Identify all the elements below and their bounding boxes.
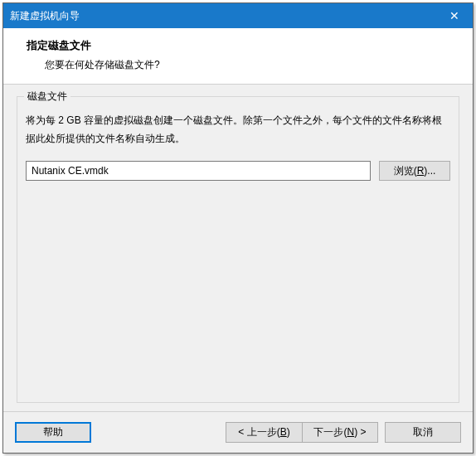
- page-title: 指定磁盘文件: [27, 38, 456, 53]
- browse-button[interactable]: 浏览(R)...: [379, 161, 450, 181]
- help-button[interactable]: 帮助: [15, 422, 91, 443]
- back-button[interactable]: < 上一步(B): [226, 422, 302, 443]
- content-area: 磁盘文件 将为每 2 GB 容量的虚拟磁盘创建一个磁盘文件。除第一个文件之外，每…: [3, 85, 473, 411]
- group-label: 磁盘文件: [24, 90, 70, 104]
- file-row: 浏览(R)...: [26, 161, 450, 181]
- next-button[interactable]: 下一步(N) >: [302, 422, 378, 443]
- group-description: 将为每 2 GB 容量的虚拟磁盘创建一个磁盘文件。除第一个文件之外，每个文件的文…: [26, 112, 450, 148]
- nav-button-group: < 上一步(B) 下一步(N) >: [226, 422, 378, 443]
- window-title: 新建虚拟机向导: [3, 9, 435, 23]
- page-subtitle: 您要在何处存储磁盘文件?: [27, 58, 456, 72]
- disk-filename-input[interactable]: [26, 161, 371, 181]
- close-button[interactable]: ✕: [435, 3, 473, 28]
- wizard-header: 指定磁盘文件 您要在何处存储磁盘文件?: [3, 28, 473, 85]
- disk-file-group: 磁盘文件 将为每 2 GB 容量的虚拟磁盘创建一个磁盘文件。除第一个文件之外，每…: [17, 96, 459, 403]
- titlebar: 新建虚拟机向导 ✕: [3, 3, 473, 28]
- cancel-button[interactable]: 取消: [385, 422, 461, 443]
- wizard-footer: 帮助 < 上一步(B) 下一步(N) > 取消: [3, 411, 473, 453]
- wizard-window: 新建虚拟机向导 ✕ 指定磁盘文件 您要在何处存储磁盘文件? 磁盘文件 将为每 2…: [2, 2, 474, 454]
